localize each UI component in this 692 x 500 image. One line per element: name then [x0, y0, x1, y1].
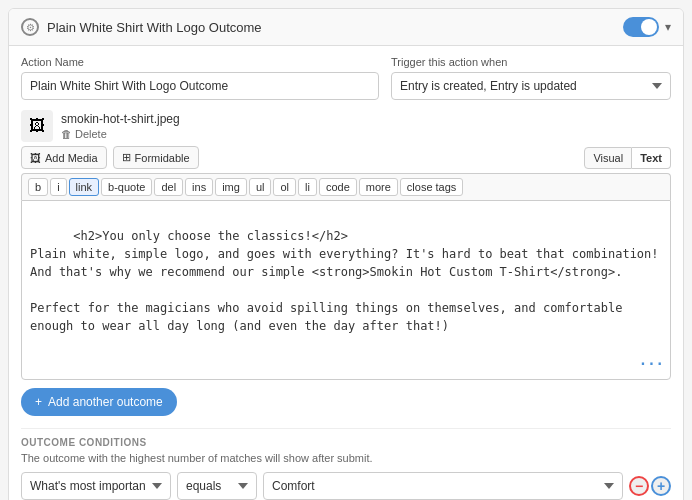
fmt-li[interactable]: li: [298, 178, 317, 196]
cond-field-select-0[interactable]: What's most important to yo: [21, 472, 171, 500]
format-bar: b i link b-quote del ins img ul ol li co…: [21, 173, 671, 200]
trigger-label: Trigger this action when: [391, 56, 671, 68]
cond-remove-button-0[interactable]: −: [629, 476, 649, 496]
editor-area[interactable]: <h2>You only choose the classics!</h2> P…: [21, 200, 671, 380]
main-panel: ⚙ Plain White Shirt With Logo Outcome ▾ …: [8, 8, 684, 500]
conditions-container: What's most important to yo equals Comfo…: [21, 472, 671, 500]
plus-icon: +: [35, 395, 42, 409]
section-divider: [21, 428, 671, 429]
cond-op-0: equals: [177, 472, 257, 500]
header-left: ⚙ Plain White Shirt With Logo Outcome: [21, 18, 262, 36]
cond-icons-0: − +: [629, 476, 671, 496]
toolbar-row: 🖼 Add Media ⊞ Formidable Visual Text: [21, 146, 671, 169]
fmt-bquote[interactable]: b-quote: [101, 178, 152, 196]
fmt-more[interactable]: more: [359, 178, 398, 196]
file-name: smokin-hot-t-shirt.jpeg: [61, 112, 180, 126]
cond-field-0: What's most important to yo: [21, 472, 171, 500]
outcome-conditions-desc: The outcome with the highest number of m…: [21, 452, 671, 464]
form-row-top: Action Name Trigger this action when Ent…: [21, 56, 671, 100]
chevron-down-icon[interactable]: ▾: [665, 20, 671, 34]
fmt-italic[interactable]: i: [50, 178, 66, 196]
condition-row: What's most important to yo equals Comfo…: [21, 472, 671, 500]
formidable-icon: ⊞: [122, 151, 131, 164]
text-view-button[interactable]: Text: [632, 147, 671, 169]
trigger-select[interactable]: Entry is created, Entry is updated: [391, 72, 671, 100]
cond-val-select-0[interactable]: Comfort: [263, 472, 623, 500]
fmt-code[interactable]: code: [319, 178, 357, 196]
panel-header: ⚙ Plain White Shirt With Logo Outcome ▾: [9, 9, 683, 46]
fmt-ul[interactable]: ul: [249, 178, 272, 196]
panel-body: Action Name Trigger this action when Ent…: [9, 46, 683, 500]
settings-icon: ⚙: [21, 18, 39, 36]
add-media-button[interactable]: 🖼 Add Media: [21, 146, 107, 169]
cond-val-0: Comfort: [263, 472, 623, 500]
outcome-conditions-label: OUTCOME CONDITIONS: [21, 437, 671, 448]
action-name-label: Action Name: [21, 56, 379, 68]
action-name-input[interactable]: [21, 72, 379, 100]
media-icon: 🖼: [30, 152, 41, 164]
fmt-ins[interactable]: ins: [185, 178, 213, 196]
fmt-link[interactable]: link: [69, 178, 100, 196]
add-outcome-button[interactable]: + Add another outcome: [21, 388, 177, 416]
fmt-img[interactable]: img: [215, 178, 247, 196]
toggle-switch[interactable]: [623, 17, 659, 37]
editor-content: <h2>You only choose the classics!</h2> P…: [30, 229, 666, 333]
fmt-ol[interactable]: ol: [273, 178, 296, 196]
trigger-group: Trigger this action when Entry is create…: [391, 56, 671, 100]
action-name-group: Action Name: [21, 56, 379, 100]
panel-title: Plain White Shirt With Logo Outcome: [47, 20, 262, 35]
view-toggle: Visual Text: [584, 147, 671, 169]
trash-icon: 🗑: [61, 128, 72, 140]
cond-op-select-0[interactable]: equals: [177, 472, 257, 500]
formidable-button[interactable]: ⊞ Formidable: [113, 146, 199, 169]
visual-view-button[interactable]: Visual: [584, 147, 632, 169]
file-icon: 🖼: [21, 110, 53, 142]
fmt-close-tags[interactable]: close tags: [400, 178, 464, 196]
file-info: smokin-hot-t-shirt.jpeg 🗑 Delete: [61, 112, 180, 140]
file-row: 🖼 smokin-hot-t-shirt.jpeg 🗑 Delete: [21, 110, 671, 142]
fmt-bold[interactable]: b: [28, 178, 48, 196]
fmt-del[interactable]: del: [154, 178, 183, 196]
editor-dots: ···: [639, 354, 664, 375]
delete-link[interactable]: 🗑 Delete: [61, 128, 180, 140]
toolbar-left: 🖼 Add Media ⊞ Formidable: [21, 146, 199, 169]
toggle-wrap: ▾: [623, 17, 671, 37]
cond-add-button-0[interactable]: +: [651, 476, 671, 496]
